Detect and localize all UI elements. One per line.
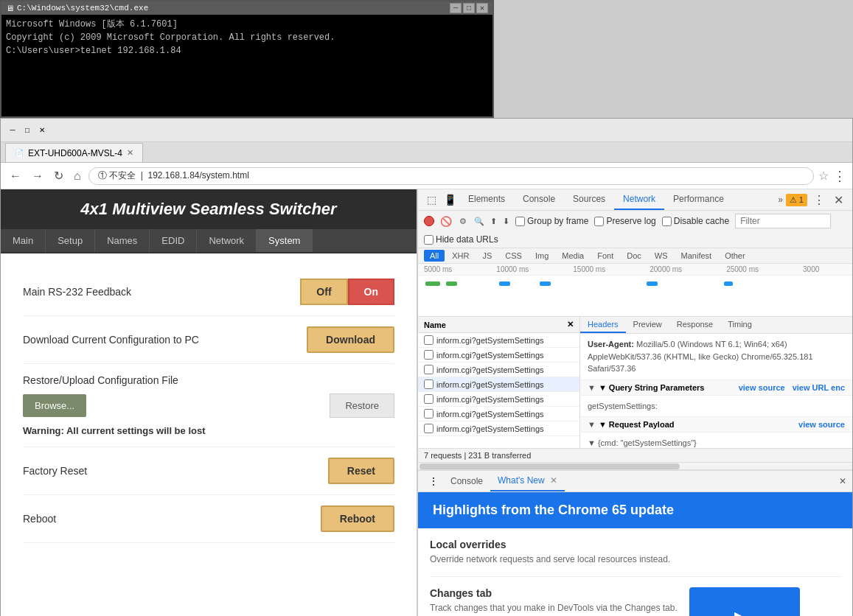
horizontal-scrollbar[interactable] <box>418 462 852 469</box>
devtools-tab-network[interactable]: Network <box>614 189 664 210</box>
nav-tab-edid[interactable]: EDID <box>150 229 197 252</box>
group-by-frame-checkbox[interactable] <box>515 217 525 226</box>
filter-tab-media[interactable]: Media <box>556 250 590 262</box>
view-url-link[interactable]: view URL enc <box>793 383 845 392</box>
request-row-2[interactable]: inform.cgi?getSystemSettings <box>418 363 579 377</box>
web-content: Main RS-232 Feedback Off On Download Cur… <box>1 253 417 558</box>
download-btn[interactable]: Download <box>307 326 394 353</box>
filter-tab-doc[interactable]: Doc <box>621 250 647 262</box>
request-row-4[interactable]: inform.cgi?getSystemSettings <box>418 392 579 407</box>
hide-data-urls-label[interactable]: Hide data URLs <box>424 234 498 245</box>
filter-tab-css[interactable]: CSS <box>499 250 528 262</box>
whats-new-close-btn[interactable]: ✕ <box>550 475 557 486</box>
request-row-1[interactable]: inform.cgi?getSystemSettings <box>418 348 579 363</box>
preserve-log-label[interactable]: Preserve log <box>594 216 655 226</box>
details-tab-headers[interactable]: Headers <box>580 317 626 333</box>
nav-tab-names[interactable]: Names <box>95 229 150 252</box>
console-tab-console[interactable]: Console <box>443 472 490 491</box>
browser-minimize-btn[interactable]: ─ <box>7 125 18 136</box>
filter-tab-other[interactable]: Other <box>719 250 751 262</box>
browser-tab[interactable]: 📄 EXT-UHD600A-MVSL-4 ✕ <box>5 143 143 162</box>
request-checkbox-1[interactable] <box>424 350 434 360</box>
filter-tab-js[interactable]: JS <box>476 250 498 262</box>
record-btn[interactable] <box>424 216 434 226</box>
devtools-more-btn[interactable]: » <box>778 195 783 205</box>
devtools-close-btn[interactable]: ✕ <box>829 190 848 210</box>
request-checkbox-6[interactable] <box>424 424 434 433</box>
preserve-log-checkbox[interactable] <box>594 217 604 226</box>
cmd-minimize-btn[interactable]: ─ <box>450 3 462 13</box>
query-toggle[interactable]: ▼ <box>588 383 596 392</box>
requests-header: Name ✕ <box>418 317 579 333</box>
cmd-maximize-btn[interactable]: □ <box>463 3 475 13</box>
export-icon[interactable]: ⬇ <box>503 217 509 226</box>
request-checkbox-5[interactable] <box>424 409 434 419</box>
group-by-frame-label[interactable]: Group by frame <box>515 216 588 226</box>
details-tab-preview[interactable]: Preview <box>626 317 669 333</box>
update-item-0: Local overrides Override network request… <box>430 528 840 577</box>
cmd-close-btn[interactable]: ✕ <box>476 3 488 13</box>
request-checkbox-0[interactable] <box>424 335 434 345</box>
disable-cache-checkbox[interactable] <box>662 217 672 226</box>
filter-tab-xhr[interactable]: XHR <box>446 250 475 262</box>
console-tab-whats-new[interactable]: What's New ✕ <box>490 471 565 491</box>
close-filter-btn[interactable]: ✕ <box>567 320 574 329</box>
toggle-off-btn[interactable]: Off <box>300 279 347 305</box>
browser-maximize-btn[interactable]: □ <box>21 125 33 136</box>
devtools-settings-btn[interactable]: ⋮ <box>809 190 829 210</box>
browse-btn[interactable]: Browse... <box>23 394 86 417</box>
request-row-6[interactable]: inform.cgi?getSystemSettings <box>418 421 579 436</box>
request-row-3[interactable]: inform.cgi?getSystemSettings <box>418 377 579 392</box>
console-close-btn[interactable]: ✕ <box>839 476 846 486</box>
devtools-tab-console[interactable]: Console <box>514 189 564 210</box>
details-tab-timing[interactable]: Timing <box>720 317 759 333</box>
import-icon[interactable]: ⬆ <box>490 217 497 226</box>
request-name-0: inform.cgi?getSystemSettings <box>436 336 544 345</box>
nav-tab-main[interactable]: Main <box>1 229 46 252</box>
network-filter-input[interactable] <box>735 214 831 228</box>
nav-tab-network[interactable]: Network <box>197 229 257 252</box>
request-checkbox-3[interactable] <box>424 379 434 389</box>
request-checkbox-2[interactable] <box>424 365 434 374</box>
browser-close-btn[interactable]: ✕ <box>36 125 48 136</box>
request-checkbox-4[interactable] <box>424 394 434 404</box>
nav-tab-setup[interactable]: Setup <box>46 229 95 252</box>
view-source-link[interactable]: view source <box>739 383 785 392</box>
home-btn[interactable]: ⌂ <box>71 168 84 184</box>
search-icon[interactable]: 🔍 <box>474 217 484 226</box>
filter-tab-font[interactable]: Font <box>591 250 619 262</box>
hide-data-urls-checkbox[interactable] <box>424 235 434 245</box>
reset-btn[interactable]: Reset <box>328 458 394 484</box>
clear-btn[interactable]: 🚫 <box>440 216 452 227</box>
refresh-btn[interactable]: ↻ <box>51 167 66 184</box>
tab-close-btn[interactable]: ✕ <box>127 148 133 158</box>
address-input[interactable] <box>88 167 814 185</box>
forward-btn[interactable]: → <box>29 168 46 184</box>
filter-tab-ws[interactable]: WS <box>649 250 674 262</box>
payload-view-source-link[interactable]: view source <box>798 420 845 429</box>
timeline-label-1: 5000 ms <box>424 265 452 273</box>
nav-tab-system[interactable]: System <box>257 229 313 252</box>
request-row-0[interactable]: inform.cgi?getSystemSettings <box>418 333 579 348</box>
scrollbar-thumb[interactable] <box>419 463 680 469</box>
filter-icon[interactable]: ⚙ <box>458 215 468 228</box>
back-btn[interactable]: ← <box>7 168 24 184</box>
bookmark-btn[interactable]: ☆ <box>818 169 829 183</box>
details-tab-response[interactable]: Response <box>669 317 721 333</box>
request-row-5[interactable]: inform.cgi?getSystemSettings <box>418 407 579 421</box>
filter-tab-manifest[interactable]: Manifest <box>675 250 718 262</box>
toggle-on-btn[interactable]: On <box>348 279 394 305</box>
filter-tab-img[interactable]: Img <box>529 250 554 262</box>
devtools-inspect-icon[interactable]: ⬚ <box>422 189 441 210</box>
console-dots-icon[interactable]: ⋮ <box>424 472 443 490</box>
disable-cache-label[interactable]: Disable cache <box>662 216 729 226</box>
filter-tab-all[interactable]: All <box>424 250 445 262</box>
menu-btn[interactable]: ⋮ <box>833 168 846 184</box>
restore-btn[interactable]: Restore <box>330 393 394 418</box>
reboot-btn[interactable]: Reboot <box>321 505 394 532</box>
devtools-tab-performance[interactable]: Performance <box>664 189 733 210</box>
payload-toggle[interactable]: ▼ <box>588 420 596 429</box>
devtools-device-icon[interactable]: 📱 <box>441 189 459 210</box>
devtools-tab-sources[interactable]: Sources <box>564 189 614 210</box>
devtools-tab-elements[interactable]: Elements <box>459 189 514 210</box>
